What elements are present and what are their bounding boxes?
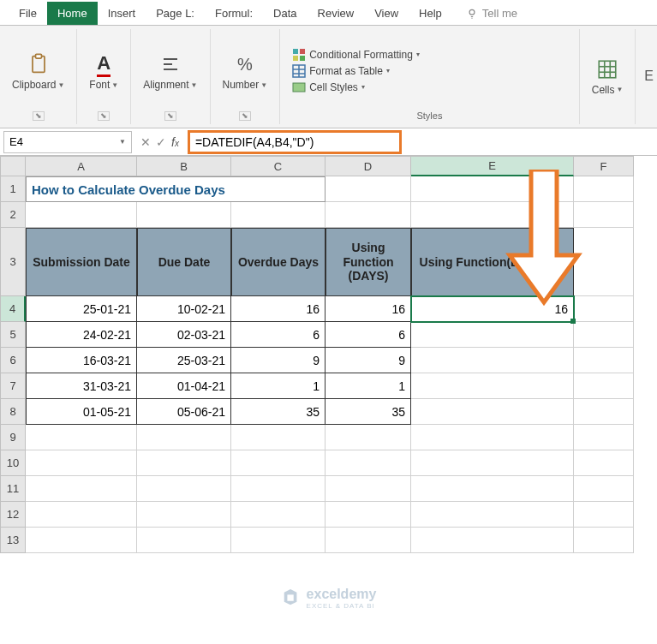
cell-e5[interactable] (411, 322, 574, 348)
cell-b10[interactable] (137, 450, 231, 476)
tab-view[interactable]: View (364, 2, 409, 25)
formula-cancel-button[interactable]: ✕ (140, 135, 151, 149)
cell-f1[interactable] (574, 176, 634, 202)
header-due-date[interactable]: Due Date (137, 228, 231, 296)
cell-c13[interactable] (231, 528, 326, 553)
cell-c6[interactable]: 9 (231, 348, 326, 373)
cell-f11[interactable] (574, 476, 634, 502)
cell-a4[interactable]: 25-01-21 (26, 296, 137, 322)
cell-b7[interactable]: 01-04-21 (137, 373, 231, 399)
cell-f2[interactable] (574, 202, 634, 228)
row-header-10[interactable]: 10 (0, 450, 26, 476)
tab-pagelayout[interactable]: Page L: (146, 2, 205, 25)
cell-e9[interactable] (411, 425, 574, 450)
cell-a6[interactable]: 16-03-21 (26, 348, 137, 373)
header-using-days[interactable]: Using Function (DAYS) (326, 228, 411, 296)
cell-d8[interactable]: 35 (326, 399, 411, 425)
cell-f6[interactable] (574, 348, 634, 373)
cell-f5[interactable] (574, 322, 634, 348)
cell-d1[interactable] (326, 176, 411, 202)
cell-f3[interactable] (574, 228, 634, 296)
cell-c9[interactable] (231, 425, 326, 450)
cell-d9[interactable] (326, 425, 411, 450)
header-submission-date[interactable]: Submission Date (26, 228, 137, 296)
cell-e7[interactable] (411, 373, 574, 399)
row-header-1[interactable]: 1 (0, 176, 26, 202)
cell-b9[interactable] (137, 425, 231, 450)
cell-e4[interactable]: 16 (411, 296, 574, 322)
row-header-4[interactable]: 4 (0, 296, 26, 322)
fx-icon[interactable]: fx (171, 135, 179, 149)
conditional-formatting-button[interactable]: Conditional Formatting▾ (289, 47, 570, 63)
tab-help[interactable]: Help (409, 2, 452, 25)
row-header-9[interactable]: 9 (0, 425, 26, 450)
cell-e6[interactable] (411, 348, 574, 373)
tab-review[interactable]: Review (308, 2, 365, 25)
number-dialog-launcher[interactable]: ⬊ (239, 111, 251, 121)
cell-c8[interactable]: 35 (231, 399, 326, 425)
cell-styles-button[interactable]: Cell Styles▾ (289, 80, 570, 95)
formula-input[interactable]: =DATEDIF(A4,B4,"D") (188, 130, 402, 154)
cell-d5[interactable]: 6 (326, 322, 411, 348)
cell-e13[interactable] (411, 528, 574, 553)
cell-d10[interactable] (326, 450, 411, 476)
cell-e1[interactable] (411, 176, 574, 202)
formula-accept-button[interactable]: ✓ (156, 135, 166, 149)
alignment-dialog-launcher[interactable]: ⬊ (164, 111, 176, 121)
cell-f10[interactable] (574, 450, 634, 476)
cell-d4[interactable]: 16 (326, 296, 411, 322)
cell-a7[interactable]: 31-03-21 (26, 373, 137, 399)
cell-e8[interactable] (411, 399, 574, 425)
tab-formulas[interactable]: Formul: (205, 2, 263, 25)
cell-d6[interactable]: 9 (326, 348, 411, 373)
col-header-e[interactable]: E (411, 156, 574, 176)
col-header-b[interactable]: B (137, 156, 231, 176)
namebox-dropdown-icon[interactable]: ▼ (119, 138, 126, 146)
cell-d13[interactable] (326, 528, 411, 553)
cell-f8[interactable] (574, 399, 634, 425)
col-header-c[interactable]: C (231, 156, 326, 176)
cell-e11[interactable] (411, 476, 574, 502)
cell-f4[interactable] (574, 296, 634, 322)
cell-a13[interactable] (26, 528, 137, 553)
tab-file[interactable]: File (9, 2, 47, 25)
tab-data[interactable]: Data (263, 2, 307, 25)
row-header-7[interactable]: 7 (0, 373, 26, 399)
cell-c11[interactable] (231, 476, 326, 502)
cell-c2[interactable] (231, 202, 326, 228)
clipboard-dialog-launcher[interactable]: ⬊ (33, 111, 45, 121)
col-header-d[interactable]: D (326, 156, 411, 176)
cell-d11[interactable] (326, 476, 411, 502)
row-header-2[interactable]: 2 (0, 202, 26, 228)
cell-d12[interactable] (326, 502, 411, 528)
cell-b12[interactable] (137, 502, 231, 528)
tab-insert[interactable]: Insert (98, 2, 146, 25)
alignment-button[interactable]: Alignment▼ (140, 47, 200, 94)
cell-e12[interactable] (411, 502, 574, 528)
cell-b5[interactable]: 02-03-21 (137, 322, 231, 348)
row-header-5[interactable]: 5 (0, 322, 26, 348)
cell-c10[interactable] (231, 450, 326, 476)
cell-e10[interactable] (411, 450, 574, 476)
cell-b4[interactable]: 10-02-21 (137, 296, 231, 322)
cell-c4[interactable]: 16 (231, 296, 326, 322)
cell-f12[interactable] (574, 502, 634, 528)
cell-b6[interactable]: 25-03-21 (137, 348, 231, 373)
select-all-corner[interactable] (0, 156, 26, 176)
cell-c12[interactable] (231, 502, 326, 528)
font-button[interactable]: A Font▼ (86, 47, 122, 94)
cell-d7[interactable]: 1 (326, 373, 411, 399)
cell-b2[interactable] (137, 202, 231, 228)
cell-f13[interactable] (574, 528, 634, 553)
cells-button[interactable]: Cells▼ (588, 52, 627, 99)
cell-f7[interactable] (574, 373, 634, 399)
row-header-6[interactable]: 6 (0, 348, 26, 373)
col-header-f[interactable]: F (574, 156, 634, 176)
cell-b8[interactable]: 05-06-21 (137, 399, 231, 425)
cell-f9[interactable] (574, 425, 634, 450)
header-overdue-days[interactable]: Overdue Days (231, 228, 326, 296)
format-as-table-button[interactable]: Format as Table▾ (289, 63, 570, 79)
cell-c5[interactable]: 6 (231, 322, 326, 348)
clipboard-button[interactable]: Clipboard▼ (9, 47, 68, 94)
cell-a1-title[interactable]: How to Calculate Overdue Days (26, 176, 326, 202)
